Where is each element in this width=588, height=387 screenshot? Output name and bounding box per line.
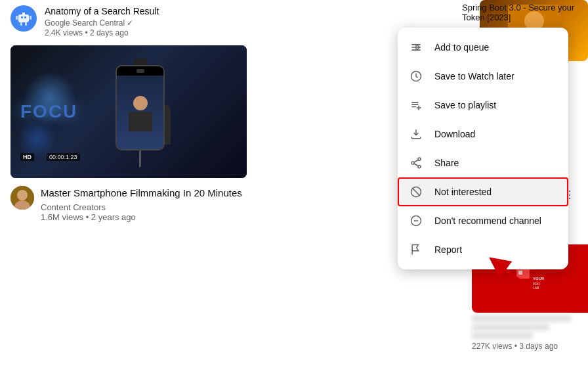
save-playlist-label: Save to playlist: [434, 100, 496, 110]
svg-rect-5: [30, 16, 32, 20]
flag-icon: [408, 242, 424, 258]
blurred-title-1: [472, 315, 572, 322]
page-container: Anatomy of a Search Result Google Search…: [0, 0, 588, 387]
svg-rect-7: [25, 22, 27, 26]
svg-point-17: [411, 162, 414, 164]
phone-body: [116, 65, 165, 150]
phone-notch: [136, 69, 144, 73]
right-video-title: Spring Boot 3.0 - Secure your Token [202…: [462, 3, 580, 22]
stand-pole: [139, 150, 141, 167]
svg-rect-3: [22, 12, 25, 15]
top-video-avatar: [10, 5, 37, 32]
dont-recommend-label: Don't recommend channel: [434, 216, 541, 226]
phone-on-stand: [116, 58, 165, 167]
blurred-title-3: [472, 332, 533, 339]
top-right-video-info: Spring Boot 3.0 - Secure your Token [202…: [457, 0, 588, 25]
download-label: Download: [434, 129, 475, 139]
main-video-thumbnail[interactable]: FOCU: [10, 45, 247, 178]
svg-rect-6: [20, 22, 22, 26]
focus-overlay-text: FOCU: [20, 101, 77, 122]
svg-point-9: [17, 190, 28, 200]
main-video-avatar: [10, 186, 34, 210]
svg-rect-0: [18, 14, 29, 22]
playlist-add-icon: [408, 97, 424, 113]
svg-text:LAB: LAB: [533, 286, 539, 290]
clock-icon: [408, 68, 424, 84]
mini-body: [129, 112, 152, 131]
menu-item-save-playlist[interactable]: Save to playlist: [398, 91, 568, 120]
phone-status-bar: [117, 66, 163, 76]
bottom-right-meta: 227K views • 3 days ago: [472, 342, 583, 351]
svg-rect-23: [518, 271, 522, 275]
add-to-queue-label: Add to queue: [434, 42, 489, 53]
bottom-right-info: 227K views • 3 days ago: [472, 315, 583, 351]
watch-later-label: Save to Watch later: [434, 71, 514, 81]
minus-circle-icon: [408, 213, 424, 229]
menu-item-download[interactable]: Download: [398, 120, 568, 148]
svg-rect-4: [16, 16, 18, 20]
menu-item-add-to-queue[interactable]: Add to queue: [398, 33, 568, 62]
menu-item-watch-later[interactable]: Save to Watch later: [398, 62, 568, 91]
svg-point-16: [418, 158, 421, 160]
svg-rect-1: [21, 16, 23, 18]
queue-icon: [408, 39, 424, 55]
mini-face: [133, 96, 148, 110]
verified-badge: ✓: [127, 18, 133, 28]
share-icon: [408, 155, 424, 171]
report-label: Report: [434, 244, 462, 255]
share-label: Share: [434, 158, 459, 168]
svg-text:YOUR: YOUR: [533, 277, 545, 281]
duration-badge: 00:00:1:23: [47, 153, 80, 161]
menu-item-not-interested[interactable]: Not interested: [398, 177, 568, 206]
hd-badge: HD: [20, 153, 34, 161]
not-interested-icon: [408, 184, 424, 200]
phone-screen: [117, 76, 163, 150]
download-icon: [408, 126, 424, 142]
svg-rect-2: [24, 16, 26, 18]
menu-item-dont-recommend[interactable]: Don't recommend channel: [398, 206, 568, 235]
not-interested-label: Not interested: [434, 187, 492, 197]
menu-item-share[interactable]: Share: [398, 148, 568, 177]
bokeh-light-2: [17, 119, 56, 158]
menu-item-report[interactable]: Report: [398, 235, 568, 264]
video-background: FOCU: [10, 45, 247, 178]
svg-point-18: [418, 166, 421, 168]
phone-mount: [134, 58, 147, 65]
blurred-title-2: [472, 324, 549, 330]
context-menu: Add to queue Save to Watch later Save to…: [398, 28, 568, 269]
